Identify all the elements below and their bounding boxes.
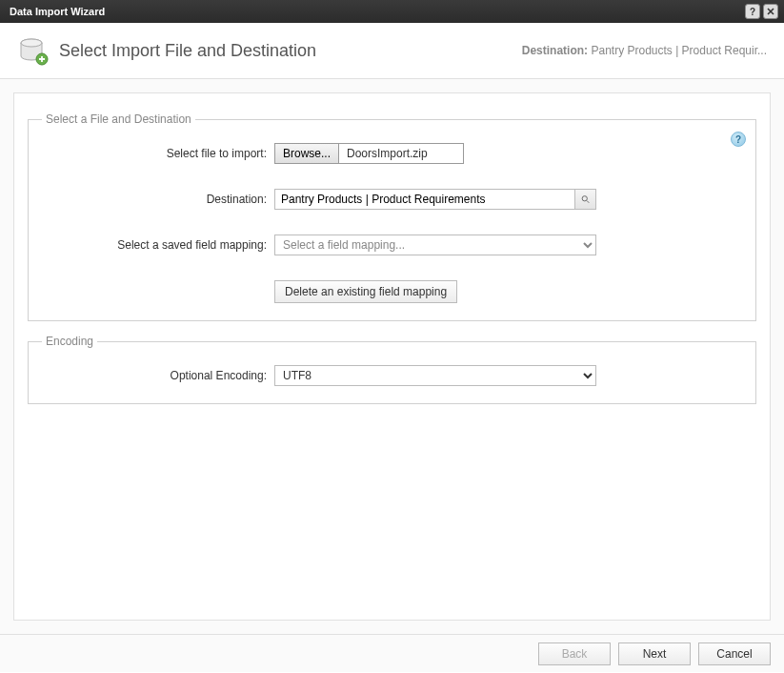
import-icon — [17, 34, 50, 67]
encoding-label: Optional Encoding: — [42, 369, 274, 382]
svg-point-1 — [21, 39, 42, 47]
wizard-body: Select a File and Destination ? Select f… — [0, 79, 784, 634]
header-destination-value: Pantry Products | Product Requir... — [591, 44, 767, 57]
destination-search-button[interactable] — [574, 190, 595, 209]
file-destination-legend: Select a File and Destination — [42, 112, 195, 126]
svg-point-3 — [582, 196, 587, 201]
close-icon — [767, 8, 774, 15]
destination-input-group — [274, 189, 596, 210]
mapping-select[interactable]: Select a field mapping... — [275, 235, 595, 255]
back-button[interactable]: Back — [538, 642, 611, 665]
destination-input[interactable] — [275, 190, 574, 209]
cancel-button[interactable]: Cancel — [698, 642, 771, 665]
help-button[interactable]: ? — [745, 4, 760, 19]
section-help-icon[interactable]: ? — [731, 132, 746, 147]
window-titlebar: Data Import Wizard ? — [0, 0, 784, 23]
wizard-header: Select Import File and Destination Desti… — [0, 23, 784, 79]
next-button[interactable]: Next — [618, 642, 691, 665]
browse-button[interactable]: Browse... — [275, 144, 339, 163]
mapping-select-wrap: Select a field mapping... — [274, 235, 596, 255]
svg-line-4 — [587, 201, 589, 203]
delete-mapping-button[interactable]: Delete an existing field mapping — [274, 280, 457, 303]
encoding-section: Encoding Optional Encoding: UTF8 — [28, 335, 756, 404]
file-label: Select file to import: — [42, 147, 274, 160]
close-button[interactable] — [763, 4, 778, 19]
file-input-group: Browse... DoorsImport.zip — [274, 143, 464, 164]
header-destination-label: Destination: — [522, 44, 588, 57]
wizard-footer: Back Next Cancel — [0, 634, 784, 672]
destination-label: Destination: — [42, 193, 274, 206]
encoding-legend: Encoding — [42, 335, 97, 348]
encoding-select-wrap: UTF8 — [274, 365, 596, 386]
page-title: Select Import File and Destination — [59, 41, 522, 61]
window-title: Data Import Wizard — [10, 6, 745, 17]
file-name-display: DoorsImport.zip — [339, 144, 463, 163]
search-icon — [581, 194, 590, 205]
header-destination: Destination: Pantry Products | Product R… — [522, 44, 767, 57]
encoding-select[interactable]: UTF8 — [275, 366, 595, 385]
mapping-label: Select a saved field mapping: — [42, 238, 274, 252]
file-destination-section: Select a File and Destination ? Select f… — [28, 112, 756, 321]
